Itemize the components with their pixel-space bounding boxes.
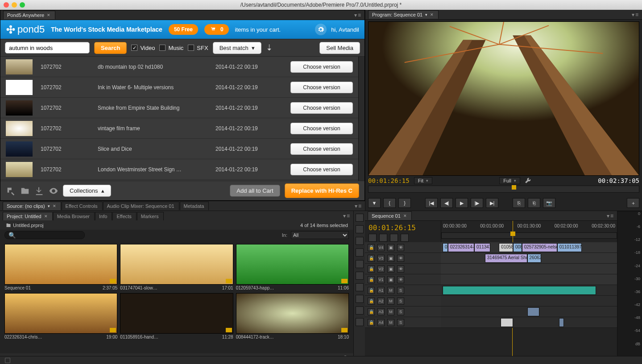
- ripple-tool[interactable]: [356, 237, 364, 245]
- sell-media-button[interactable]: Sell Media: [319, 42, 360, 54]
- inspect-icon[interactable]: [6, 186, 16, 196]
- tab-source[interactable]: Audio Clip Mixer: Sequence 01: [103, 202, 179, 210]
- choose-version-button[interactable]: Choose version: [290, 164, 353, 175]
- mark-in-button[interactable]: ▼: [368, 198, 381, 208]
- lock-icon[interactable]: 🔒: [368, 276, 375, 283]
- toggle-output-icon[interactable]: ▣: [387, 255, 394, 262]
- toggle-sync-icon[interactable]: S: [397, 287, 404, 294]
- tab-project[interactable]: Info: [95, 212, 112, 220]
- linked-selection-toggle[interactable]: [379, 234, 387, 242]
- program-viewer[interactable]: [368, 21, 639, 176]
- rate-stretch-tool[interactable]: [356, 260, 364, 268]
- toggle-output-icon[interactable]: M: [387, 319, 394, 326]
- project-clip[interactable]: 011058916-hand…11:28: [120, 293, 233, 339]
- track-header[interactable]: 🔒A1MS: [365, 285, 441, 296]
- panel-menu-icon[interactable]: ▾≡: [355, 203, 362, 209]
- panel-menu-icon[interactable]: ▾≡: [607, 213, 614, 219]
- track-header[interactable]: 🔒V1▣👁: [365, 274, 441, 285]
- timeline-clip[interactable]: 025732905-nelson-mande: [522, 243, 557, 252]
- result-row[interactable]: 1072702 Smoke from Empire State Building…: [0, 98, 358, 118]
- pen-tool[interactable]: [356, 295, 364, 303]
- timeline-clip[interactable]: [443, 286, 596, 295]
- collections-button[interactable]: Collections ▴: [63, 185, 111, 197]
- track-header[interactable]: 🔒A2MS: [365, 296, 441, 306]
- search-input[interactable]: [5, 42, 90, 54]
- track-row[interactable]: [441, 285, 617, 296]
- toggle-sync-icon[interactable]: S: [397, 308, 404, 315]
- close-icon[interactable]: ✕: [430, 12, 434, 17]
- goto-out-button[interactable]: ▶|: [486, 198, 498, 208]
- project-clip[interactable]: 008444172-track…18:10: [236, 293, 349, 339]
- project-clip[interactable]: 022326314-chris…19:00: [4, 293, 117, 339]
- project-clip[interactable]: Sequence 012:37:05: [4, 244, 117, 290]
- tab-program[interactable]: Program: Sequence 01 ▾ ✕: [368, 10, 439, 19]
- wrench-icon[interactable]: [525, 178, 531, 184]
- close-icon[interactable]: ✕: [47, 13, 50, 17]
- filter-sfx[interactable]: SFX: [188, 45, 208, 51]
- download-icon[interactable]: [34, 186, 44, 196]
- project-filter-input[interactable]: [4, 231, 85, 239]
- footer-icon[interactable]: [4, 357, 11, 364]
- tab-source[interactable]: Metadata: [180, 202, 209, 210]
- playhead-icon[interactable]: [512, 185, 516, 190]
- track-name[interactable]: V2: [377, 265, 385, 273]
- toggle-output-icon[interactable]: ▣: [387, 276, 394, 283]
- zoom-tool[interactable]: [356, 318, 364, 326]
- close-icon[interactable]: ✕: [44, 214, 48, 219]
- marker-tool[interactable]: [390, 234, 398, 242]
- replace-hires-button[interactable]: Replace with Hi-Res C: [285, 183, 359, 198]
- fit-dropdown[interactable]: Fit: [414, 177, 432, 184]
- timeline-clip[interactable]: 26062572: [527, 254, 542, 263]
- out-point-button[interactable]: }: [398, 198, 411, 208]
- chevron-down-icon[interactable]: ▾: [425, 12, 427, 17]
- track-row[interactable]: 31469475 Aerial Shot of Maraca26062572: [441, 253, 617, 264]
- rolling-tool[interactable]: [356, 248, 364, 256]
- toggle-sync-icon[interactable]: S: [397, 298, 404, 305]
- add-all-button[interactable]: Add all to Cart: [230, 185, 280, 197]
- toggle-output-icon[interactable]: M: [387, 298, 394, 305]
- step-back-button[interactable]: ◀|: [440, 198, 453, 208]
- timeline-clip[interactable]: [559, 318, 564, 327]
- filter-music[interactable]: Music: [159, 45, 183, 51]
- track-select-tool[interactable]: [356, 225, 364, 233]
- choose-version-button[interactable]: Choose version: [290, 143, 353, 155]
- choose-version-button[interactable]: Choose version: [290, 123, 353, 134]
- toggle-output-icon[interactable]: ▣: [387, 265, 394, 273]
- minimize-window-icon[interactable]: [12, 2, 17, 8]
- track-row[interactable]: [441, 306, 617, 317]
- timeline-clip[interactable]: 01: [443, 243, 448, 252]
- toggle-output-icon[interactable]: M: [387, 308, 394, 315]
- tab-pond5[interactable]: Pond5 Anywhere ✕: [3, 11, 55, 19]
- folder-icon[interactable]: [20, 186, 30, 196]
- play-button[interactable]: ▶: [456, 198, 468, 208]
- view-dropdown[interactable]: Full: [499, 177, 520, 184]
- result-row[interactable]: 1072702 db mountain top 02 hd1080 2014-0…: [0, 57, 358, 77]
- free-pill[interactable]: 50 Free: [169, 24, 198, 35]
- panel-menu-icon[interactable]: ▾≡: [632, 12, 639, 18]
- lock-icon[interactable]: 🔒: [368, 287, 375, 294]
- timeline-clip[interactable]: 022326314-chri: [448, 243, 474, 252]
- result-row[interactable]: 1072702 Ink in Water 6- Multiple version…: [0, 77, 358, 98]
- result-row[interactable]: 1072702 London Westminster Street Sign ……: [0, 159, 358, 180]
- track-name[interactable]: V3: [377, 255, 385, 262]
- toggle-sync-icon[interactable]: S: [397, 319, 404, 326]
- toggle-sync-icon[interactable]: 👁: [397, 276, 404, 283]
- panel-menu-icon[interactable]: ▾≡: [343, 213, 351, 219]
- tab-source[interactable]: Source: (no clips) ▾ ✕: [3, 202, 61, 210]
- project-clip[interactable]: 012059743-happ…11:06: [236, 244, 349, 290]
- search-button[interactable]: Search: [94, 42, 127, 54]
- goto-in-button[interactable]: |◀: [425, 198, 438, 208]
- program-timecode[interactable]: 00:01:26:15: [368, 177, 410, 184]
- filter-video[interactable]: Video: [131, 45, 155, 51]
- track-row[interactable]: [441, 264, 617, 274]
- in-point-button[interactable]: {: [383, 198, 396, 208]
- track-header[interactable]: 🔒V3▣👁: [365, 253, 441, 264]
- choose-version-button[interactable]: Choose version: [290, 102, 353, 114]
- timeline-clip[interactable]: 0084: [513, 243, 522, 252]
- sort-dropdown[interactable]: Best match ▾: [213, 42, 261, 54]
- zoom-window-icon[interactable]: [20, 2, 25, 8]
- track-header[interactable]: 🔒A3MS: [365, 306, 441, 317]
- timeline-clip[interactable]: [527, 307, 540, 316]
- track-name[interactable]: V1: [377, 276, 385, 283]
- tab-project[interactable]: Effects: [112, 212, 136, 220]
